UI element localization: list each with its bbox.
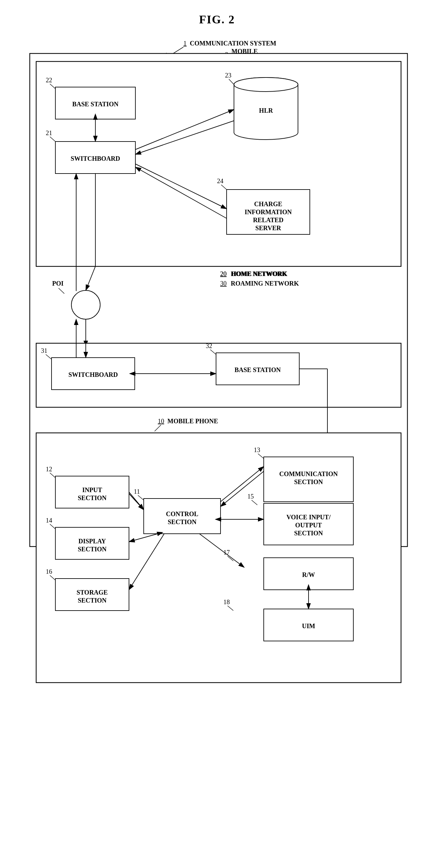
base-station-roaming-label: BASE STATION	[235, 366, 281, 373]
comm-system-ref: 1	[183, 40, 187, 47]
base-station-home-ref: 22	[46, 76, 52, 84]
charge-server-ref: 24	[217, 177, 223, 184]
figure-title: FIG. 2	[19, 13, 415, 26]
voice-io-ref: 15	[247, 493, 254, 500]
voice-io-label3: SECTION	[294, 530, 323, 537]
switchboard-roaming-label: SWITCHBOARD	[68, 371, 118, 378]
hlr-top-ellipse2	[234, 78, 298, 92]
uim-ref: 18	[223, 598, 230, 606]
charge-server-label4: SERVER	[255, 224, 281, 231]
poi-circle	[71, 290, 100, 319]
rw-label: R/W	[302, 571, 315, 578]
input-section-label2: SECTION	[78, 494, 107, 501]
diagram-svg: 1 COMMUNICATION SYSTEM 2 MOBILE COMMUNIC…	[20, 36, 414, 868]
base-station-home-label: BASE STATION	[72, 100, 119, 107]
storage-section-label2: SECTION	[78, 597, 107, 604]
control-section-label1: CONTROL	[166, 510, 198, 518]
storage-ref: 16	[46, 568, 52, 575]
switchboard-roaming-ref: 31	[41, 347, 48, 354]
voice-io-label2: OUTPUT	[295, 522, 322, 529]
uim-label: UIM	[302, 622, 315, 629]
home-net-ref: 20	[220, 270, 226, 277]
display-ref: 14	[46, 517, 52, 524]
roaming-net-label: ROAMING NETWORK	[231, 280, 299, 287]
comm-section-ref: 13	[254, 446, 260, 453]
comm-section-label2: SECTION	[294, 478, 323, 486]
hlr-ref: 23	[225, 72, 231, 79]
base-station-roaming-ref: 32	[206, 342, 212, 349]
mobile-phone-ref: 10	[158, 417, 164, 425]
input-ref: 12	[46, 466, 52, 472]
switchboard-home-label: SWITCHBOARD	[71, 155, 120, 162]
display-section-label1: DISPLAY	[79, 537, 106, 545]
poi-label: POI	[52, 280, 64, 287]
charge-server-label1: CHARGE	[254, 200, 282, 208]
display-section-label2: SECTION	[78, 546, 107, 553]
diagram-container: FIG. 2 1 COMMUNICATION SYSTEM 2 MOBILE C…	[0, 0, 434, 868]
mobile-phone-label: MOBILE PHONE	[167, 417, 218, 425]
comm-section-label1: COMMUNICATION	[279, 470, 338, 477]
voice-io-label1: VOICE INPUT/	[286, 514, 331, 521]
roaming-net-ref: 30	[220, 280, 226, 287]
control-section-label2: SECTION	[168, 518, 197, 525]
hlr-label: HLR	[259, 107, 273, 114]
switchboard-home-ref: 21	[46, 129, 52, 136]
home-net-label: HOME NETWORK	[231, 270, 287, 277]
input-section-label1: INPUT	[82, 486, 102, 493]
comm-system-label: COMMUNICATION SYSTEM	[190, 40, 276, 47]
storage-section-label1: STORAGE	[76, 589, 107, 596]
charge-server-label2: INFORMATION	[245, 209, 292, 215]
charge-server-label3: RELATED	[253, 216, 283, 223]
control-ref: 11	[134, 488, 140, 495]
